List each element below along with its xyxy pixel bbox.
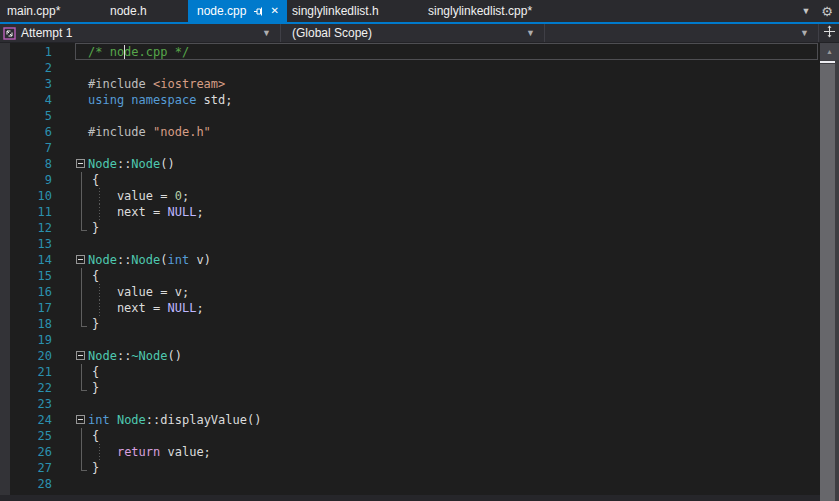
token-plain: ; — [196, 301, 203, 315]
fold-collapse-button[interactable] — [76, 415, 85, 424]
token-macro: NULL — [167, 205, 196, 219]
scrollbar-up-button[interactable]: ▲ — [820, 43, 839, 60]
outline-margin — [52, 76, 88, 92]
line-number: 25 — [0, 428, 52, 444]
code-line[interactable]: 13 — [0, 236, 820, 252]
project-dropdown[interactable]: Attempt 1 ▼ — [0, 24, 281, 42]
line-number: 24 — [0, 412, 52, 428]
code-line[interactable]: 9{ — [0, 172, 820, 188]
fold-collapse-button[interactable] — [76, 159, 85, 168]
tab-singlylinkedlist-h[interactable]: singlylinkedlist.h — [287, 0, 420, 22]
token-plain: :: — [117, 349, 131, 363]
code-line[interactable]: 3#include <iostream> — [0, 76, 820, 92]
code-line[interactable]: 14Node::Node(int v) — [0, 252, 820, 268]
token-keyword: int — [168, 253, 190, 267]
line-number: 27 — [0, 460, 52, 476]
outline-margin — [52, 252, 88, 268]
outline-connector-line — [81, 444, 82, 460]
code-line[interactable]: 17 next = NULL; — [0, 300, 820, 316]
scrollbar-caret-marker — [820, 61, 835, 63]
code-line[interactable]: 1/* node.cpp */ — [0, 44, 820, 60]
token-plain: () — [167, 349, 181, 363]
code-line[interactable]: 21{ — [0, 364, 820, 380]
token-type: Node — [131, 253, 160, 267]
code-line[interactable]: 10 value = 0; — [0, 188, 820, 204]
code-line[interactable]: 28 — [0, 476, 820, 492]
navigation-bar: Attempt 1 ▼ (Global Scope) ▼ ▼ — [0, 24, 839, 43]
code-line[interactable]: 25{ — [0, 428, 820, 444]
outline-margin — [52, 220, 88, 236]
code-text: next = NULL; — [88, 300, 820, 316]
code-text — [88, 476, 820, 492]
code-line[interactable]: 20Node::~Node() — [0, 348, 820, 364]
close-icon[interactable]: ✕ — [270, 6, 278, 16]
outline-connector-line — [81, 204, 82, 220]
code-text: #include "node.h" — [88, 124, 820, 140]
code-line[interactable]: 11 next = NULL; — [0, 204, 820, 220]
tab-main-cpp[interactable]: main.cpp* — [0, 0, 100, 22]
code-line[interactable]: 16 value = v; — [0, 284, 820, 300]
tab-node-h[interactable]: node.h — [100, 0, 188, 22]
token-plain: () — [160, 157, 174, 171]
outline-connector-line — [81, 428, 82, 444]
horizontal-scrollbar-track[interactable] — [0, 495, 820, 501]
code-line[interactable]: 6#include "node.h" — [0, 124, 820, 140]
chevron-down-icon[interactable]: ▼ — [801, 7, 810, 16]
code-line[interactable]: 18} — [0, 316, 820, 332]
token-type: Node — [131, 157, 160, 171]
code-text: int Node::displayValue() — [88, 412, 820, 428]
token-plain: { — [92, 269, 99, 283]
fold-collapse-button[interactable] — [76, 255, 85, 264]
scope-dropdown[interactable]: (Global Scope) ▼ — [281, 24, 545, 42]
outline-connector-line — [81, 268, 82, 284]
token-plain: { — [92, 429, 99, 443]
outline-margin — [52, 300, 88, 316]
code-line[interactable]: 24int Node::displayValue() — [0, 412, 820, 428]
token-plain: :: — [117, 253, 131, 267]
code-line[interactable]: 23 — [0, 396, 820, 412]
code-line[interactable]: 27} — [0, 460, 820, 476]
code-line[interactable]: 7 — [0, 140, 820, 156]
code-text: return value; — [88, 444, 820, 460]
line-number: 22 — [0, 380, 52, 396]
code-line[interactable]: 5 — [0, 108, 820, 124]
code-text: } — [88, 460, 820, 476]
token-comment: /* node.cpp */ — [88, 45, 189, 59]
outline-margin — [52, 268, 88, 284]
outline-connector-line — [81, 390, 87, 391]
outline-margin — [52, 60, 88, 76]
code-text: value = v; — [88, 284, 820, 300]
code-line[interactable]: 19 — [0, 332, 820, 348]
outline-connector-line — [81, 230, 87, 231]
fold-collapse-button[interactable] — [76, 351, 85, 360]
outline-margin — [52, 284, 88, 300]
code-line[interactable]: 22} — [0, 380, 820, 396]
vertical-scrollbar[interactable]: ▲ — [820, 43, 839, 501]
tab-node-cpp-active[interactable]: node.cpp ✕ — [188, 0, 287, 22]
outline-margin — [52, 108, 88, 124]
code-area[interactable]: 1/* node.cpp */23#include <iostream>4usi… — [0, 44, 820, 492]
outline-margin — [52, 476, 88, 492]
gear-icon[interactable]: ⚙ — [821, 5, 833, 18]
code-line[interactable]: 26 return value; — [0, 444, 820, 460]
line-number: 15 — [0, 268, 52, 284]
split-editor-button[interactable] — [819, 24, 839, 42]
code-line[interactable]: 8Node::Node() — [0, 156, 820, 172]
code-line[interactable]: 4using namespace std; — [0, 92, 820, 108]
chevron-down-icon: ▼ — [526, 29, 535, 38]
pin-icon[interactable] — [253, 6, 264, 17]
code-line[interactable]: 2 — [0, 60, 820, 76]
token-type: Node — [88, 253, 117, 267]
outline-margin — [52, 188, 88, 204]
tab-singlylinkedlist-cpp[interactable]: singlylinkedlist.cpp* — [420, 0, 545, 22]
code-line[interactable]: 12} — [0, 220, 820, 236]
token-plain — [88, 445, 117, 459]
editor-pane[interactable]: 1/* node.cpp */23#include <iostream>4usi… — [0, 43, 839, 501]
line-number: 7 — [0, 140, 52, 156]
line-number: 10 — [0, 188, 52, 204]
member-dropdown[interactable]: ▼ — [545, 24, 819, 42]
indent-guide-icon — [99, 300, 100, 316]
scrollbar-thumb[interactable] — [820, 64, 835, 501]
line-number: 12 — [0, 220, 52, 236]
code-line[interactable]: 15{ — [0, 268, 820, 284]
